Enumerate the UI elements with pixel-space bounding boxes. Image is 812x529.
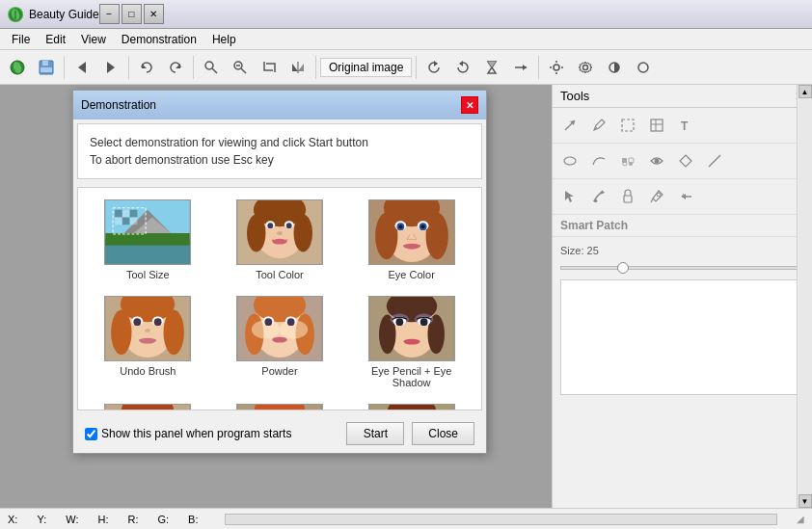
show-panel-checkbox[interactable] xyxy=(85,428,97,440)
tool-selection[interactable] xyxy=(614,112,641,139)
tool-brush[interactable] xyxy=(585,183,612,210)
title-bar: Beauty Guide − □ ✕ xyxy=(0,0,812,29)
demo-thumb-powder xyxy=(236,296,323,361)
tools-row-2 xyxy=(553,144,812,179)
status-y: Y: xyxy=(37,514,46,525)
svg-point-102 xyxy=(395,318,403,326)
svg-rect-136 xyxy=(622,119,634,131)
tool-eyedropper[interactable] xyxy=(643,183,670,210)
demo-item-undo-brush[interactable]: Undo Brush xyxy=(86,292,210,392)
svg-point-12 xyxy=(205,62,213,69)
toolbar-original-image-btn[interactable]: Original image xyxy=(320,58,412,77)
smart-patch-title: Smart Patch xyxy=(560,219,628,232)
toolbar-flip-btn[interactable] xyxy=(284,54,311,81)
demo-item-7[interactable] xyxy=(86,400,210,410)
tool-pattern[interactable] xyxy=(614,147,641,174)
svg-rect-42 xyxy=(122,210,130,218)
tool-curve[interactable] xyxy=(585,147,612,174)
svg-marker-20 xyxy=(434,61,438,66)
canvas-area: Demonstration ✕ Select demonstration for… xyxy=(0,85,552,508)
close-button[interactable]: Close xyxy=(412,422,474,445)
tool-text[interactable]: T xyxy=(672,112,699,139)
svg-line-147 xyxy=(709,155,720,167)
svg-point-68 xyxy=(420,225,424,228)
right-scrollbar[interactable]: ▲ ▼ xyxy=(797,85,812,508)
svg-point-78 xyxy=(154,318,162,326)
modal-overlay: Demonstration ✕ Select demonstration for… xyxy=(0,85,552,487)
tool-lock[interactable] xyxy=(614,183,641,210)
toolbar-gear-btn[interactable] xyxy=(572,54,599,81)
svg-point-152 xyxy=(657,193,661,197)
toolbar-arrows-btn[interactable] xyxy=(507,54,534,81)
svg-point-54 xyxy=(267,223,273,228)
menu-edit[interactable]: Edit xyxy=(38,31,73,48)
toolbar-undo-btn[interactable] xyxy=(133,54,160,81)
toolbar-back-btn[interactable] xyxy=(68,54,95,81)
tool-line[interactable] xyxy=(701,147,728,174)
toolbar-save-btn[interactable] xyxy=(33,54,60,81)
svg-point-150 xyxy=(594,199,598,202)
tool-pen[interactable] xyxy=(585,112,612,139)
demo-item-8[interactable] xyxy=(218,400,342,410)
tool-eye[interactable] xyxy=(643,147,670,174)
menu-help[interactable]: Help xyxy=(204,31,244,48)
toolbar-forward-btn[interactable] xyxy=(97,54,124,81)
toolbar-redo-btn[interactable] xyxy=(162,54,189,81)
tool-back-arrow[interactable] xyxy=(672,183,699,210)
menu-bar: File Edit View Demonstration Help xyxy=(0,29,812,50)
demo-label-tool-color: Tool Color xyxy=(256,269,304,280)
toolbar-zoom-btn[interactable] xyxy=(198,54,225,81)
demo-item-eye-color[interactable]: Eye Color xyxy=(349,196,474,284)
toolbar-sun-btn[interactable] xyxy=(543,54,570,81)
tools-header: Tools ✕ xyxy=(553,85,812,108)
menu-view[interactable]: View xyxy=(73,31,114,48)
menu-demonstration[interactable]: Demonstration xyxy=(114,31,204,48)
size-slider-input[interactable] xyxy=(560,266,804,270)
toolbar-rotate-ccw-btn[interactable] xyxy=(449,54,476,81)
tool-grid[interactable] xyxy=(643,112,670,139)
resize-handle[interactable]: ◢ xyxy=(797,514,804,524)
toolbar-circle-btn[interactable] xyxy=(630,54,657,81)
demo-item-tool-size[interactable]: Tool Size xyxy=(86,196,210,284)
svg-marker-10 xyxy=(142,64,147,68)
demo-close-button[interactable]: ✕ xyxy=(461,96,478,114)
svg-rect-43 xyxy=(130,210,138,218)
minimize-button[interactable]: − xyxy=(99,4,120,24)
demo-item-9[interactable] xyxy=(349,400,474,410)
toolbar-open-btn[interactable] xyxy=(4,54,31,81)
svg-point-141 xyxy=(564,157,576,165)
svg-marker-21 xyxy=(459,61,463,66)
demo-scroll[interactable]: Tool Size xyxy=(78,188,481,410)
demo-item-eye-pencil[interactable]: Eye Pencil + Eye Shadow xyxy=(349,292,474,392)
svg-marker-23 xyxy=(523,65,527,70)
tool-shape[interactable] xyxy=(672,147,699,174)
toolbar-crop-btn[interactable] xyxy=(256,54,283,81)
svg-point-74 xyxy=(164,310,184,356)
demo-item-powder[interactable]: Powder xyxy=(218,292,342,392)
demo-item-tool-color[interactable]: Tool Color xyxy=(218,196,342,284)
smart-patch-size-label: Size: 25 xyxy=(560,245,804,256)
scroll-down-btn[interactable]: ▼ xyxy=(798,494,812,508)
start-button[interactable]: Start xyxy=(346,422,404,445)
show-panel-label: Show this panel when program starts xyxy=(101,427,291,440)
toolbar-zoom2-btn[interactable] xyxy=(227,54,254,81)
tool-oval[interactable] xyxy=(556,147,583,174)
tool-arrow[interactable] xyxy=(556,112,583,139)
toolbar-rotate-cw-btn[interactable] xyxy=(420,54,447,81)
svg-marker-9 xyxy=(107,62,115,73)
demo-grid: Tool Size xyxy=(86,196,474,410)
svg-point-80 xyxy=(140,338,156,344)
scroll-up-btn[interactable]: ▲ xyxy=(798,85,812,98)
smart-patch-header: Smart Patch ∧ xyxy=(553,215,812,237)
demo-thumb-tool-color xyxy=(236,199,323,265)
svg-rect-44 xyxy=(115,217,122,225)
svg-point-79 xyxy=(145,329,150,332)
toolbar-contrast-btn[interactable] xyxy=(601,54,628,81)
status-bar: X: Y: W: H: R: G: B: ◢ xyxy=(0,508,812,529)
maximize-button[interactable]: □ xyxy=(122,4,142,24)
toolbar-hourglass-btn[interactable] xyxy=(478,54,505,81)
tool-pointer[interactable] xyxy=(556,183,583,210)
menu-file[interactable]: File xyxy=(4,31,38,48)
status-b: B: xyxy=(188,514,198,525)
close-window-button[interactable]: ✕ xyxy=(144,4,164,24)
